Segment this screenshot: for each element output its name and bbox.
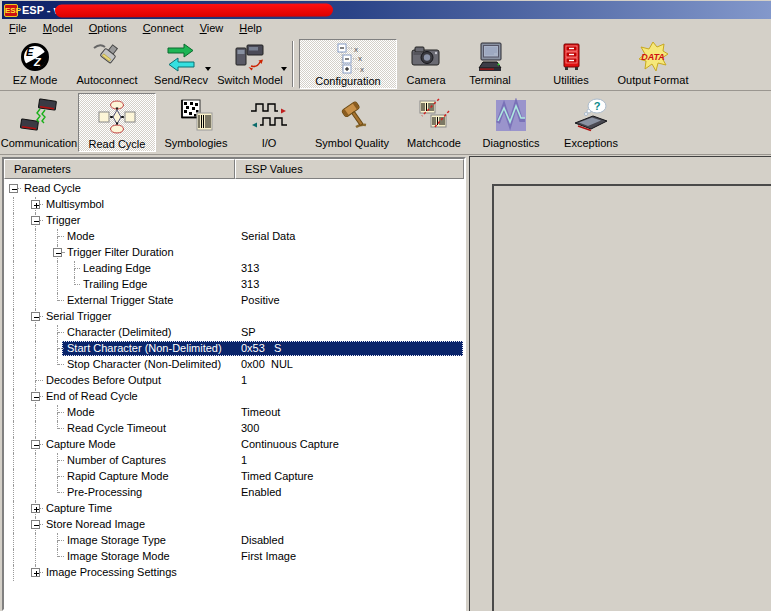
esp-value: 313 [241, 261, 259, 276]
utilities-button[interactable]: Utilities [533, 39, 609, 89]
tree-guide-line [13, 405, 14, 421]
menu-item-connect[interactable]: Connect [135, 20, 192, 36]
tree-guide-line [35, 277, 36, 293]
communication-button[interactable]: Communication [0, 93, 78, 152]
autoconnect-button[interactable]: Autoconnect [64, 39, 150, 89]
tree-guide-line [74, 269, 75, 277]
exceptions-button[interactable]: ?Exceptions [556, 93, 626, 152]
dropdown-arrow-icon[interactable] [205, 67, 211, 74]
tree-row-stop-character-non-delimited[interactable]: Stop Character (Non-Delimited)0x00 NUL [4, 357, 464, 373]
menu-item-options[interactable]: Options [81, 20, 135, 36]
tree-row-number-of-captures[interactable]: Number of Captures1 [4, 453, 464, 469]
column-header-esp-values[interactable]: ESP Values [235, 159, 464, 179]
tree-row-mode[interactable]: ModeSerial Data [4, 229, 464, 245]
esp-value: 1 [241, 373, 247, 388]
tree-row-store-noread-image[interactable]: Store Noread Image [4, 517, 464, 533]
camera-button[interactable]: Camera [397, 39, 455, 89]
diagnostics-icon [491, 95, 531, 137]
read-cycle-label: Read Cycle [89, 138, 146, 151]
collapse-icon[interactable] [53, 248, 62, 257]
tree-row-serial-trigger[interactable]: Serial Trigger [4, 309, 464, 325]
ez-mode-label: EZ Mode [13, 74, 58, 87]
ez-mode-button[interactable]: EZEZ Mode [6, 39, 64, 89]
menu-item-help[interactable]: Help [231, 20, 270, 36]
symbologies-button[interactable]: Symbologies [156, 93, 236, 152]
tree-row-leading-edge[interactable]: Leading Edge313 [4, 261, 464, 277]
tree-guide-line [13, 389, 14, 405]
column-header-parameters[interactable]: Parameters [4, 159, 235, 179]
menu-item-model[interactable]: Model [35, 20, 81, 36]
tree-connector [58, 540, 64, 541]
diagnostics-button[interactable]: Diagnostics [466, 93, 556, 152]
terminal-button[interactable]: Terminal [455, 39, 525, 89]
tree-guide-line [13, 437, 14, 453]
tree-guide-line [13, 485, 14, 501]
tree-row-end-of-read-cycle[interactable]: End of Read Cycle [4, 389, 464, 405]
send-recv-button[interactable]: Send/Recv [150, 39, 212, 89]
tree-row-mode[interactable]: ModeTimeout [4, 405, 464, 421]
esp-value: 0x53 S [241, 341, 281, 356]
tree-row-capture-time[interactable]: Capture Time [4, 501, 464, 517]
collapse-icon[interactable] [31, 520, 40, 529]
collapse-icon[interactable] [31, 440, 40, 449]
tree-row-character-delimited[interactable]: Character (Delimited)SP [4, 325, 464, 341]
esp-value: Positive [241, 293, 280, 308]
tree-guide-line [13, 229, 14, 245]
tree-guide-line [13, 325, 14, 341]
parameter-label: Image Processing Settings [46, 565, 177, 580]
collapse-icon[interactable] [31, 392, 40, 401]
configuration-label: Configuration [315, 75, 380, 88]
tree-row-capture-mode[interactable]: Capture ModeContinuous Capture [4, 437, 464, 453]
expand-icon[interactable] [31, 504, 40, 513]
tree-row-multisymbol[interactable]: Multisymbol [4, 197, 464, 213]
tree-connector [75, 284, 80, 285]
tree-guide-line [57, 477, 58, 485]
parameter-label: Number of Captures [67, 453, 166, 468]
symbol-quality-button[interactable]: Symbol Quality [302, 93, 402, 152]
collapse-icon[interactable] [31, 216, 40, 225]
tree-row-start-character-non-delimited[interactable]: Start Character (Non-Delimited)0x53 S [4, 341, 464, 357]
matchcode-button[interactable]: Matchcode [402, 93, 466, 152]
configuration-button[interactable]: xxxConfiguration [299, 39, 397, 89]
dropdown-arrow-icon[interactable] [281, 67, 287, 74]
switch-model-button[interactable]: Switch Model [212, 39, 288, 89]
tree-guide-line [35, 549, 36, 565]
collapse-icon[interactable] [31, 312, 40, 321]
exceptions-label: Exceptions [564, 137, 618, 150]
tree-row-trigger-filter-duration[interactable]: Trigger Filter Duration [4, 245, 464, 261]
tree-row-trailing-edge[interactable]: Trailing Edge313 [4, 277, 464, 293]
tree-connector [58, 332, 64, 333]
menu-item-view[interactable]: View [192, 20, 232, 36]
expand-icon[interactable] [31, 200, 40, 209]
tree-guide-line [57, 349, 58, 357]
tree-row-read-cycle[interactable]: Read Cycle [4, 181, 464, 197]
tree-guide-line [35, 453, 36, 469]
tree-row-read-cycle-timeout[interactable]: Read Cycle Timeout300 [4, 421, 464, 437]
tree-guide-line [57, 277, 58, 293]
title-bar[interactable]: ESP ESP - v [2, 1, 771, 19]
collapse-icon[interactable] [9, 184, 18, 193]
tree-row-external-trigger-state[interactable]: External Trigger StatePositive [4, 293, 464, 309]
tree-row-trigger[interactable]: Trigger [4, 213, 464, 229]
tree-connector [58, 236, 64, 237]
menu-item-file[interactable]: File [1, 20, 35, 36]
tree-connector [40, 204, 43, 205]
output-format-icon: DATA [637, 40, 669, 74]
symbol-quality-label: Symbol Quality [315, 137, 389, 150]
esp-value: 0x00 NUL [241, 357, 293, 372]
tree-row-pre-processing[interactable]: Pre-ProcessingEnabled [4, 485, 464, 501]
esp-value: Timeout [241, 405, 280, 420]
tree-row-decodes-before-output[interactable]: Decodes Before Output1 [4, 373, 464, 389]
tree-row-image-processing-settings[interactable]: Image Processing Settings [4, 565, 464, 581]
tree-connector [40, 396, 43, 397]
tree-row-image-storage-mode[interactable]: Image Storage ModeFirst Image [4, 549, 464, 565]
read-cycle-button[interactable]: Read Cycle [78, 93, 156, 152]
tree-row-rapid-capture-mode[interactable]: Rapid Capture ModeTimed Capture [4, 469, 464, 485]
output-format-button[interactable]: DATAOutput Format [609, 39, 697, 89]
tree-guide-line [57, 541, 58, 549]
parameter-label: End of Read Cycle [46, 389, 138, 404]
tree-row-image-storage-type[interactable]: Image Storage TypeDisabled [4, 533, 464, 549]
i-o-button[interactable]: I/O [236, 93, 302, 152]
expand-icon[interactable] [31, 568, 40, 577]
tree-connector [40, 316, 43, 317]
